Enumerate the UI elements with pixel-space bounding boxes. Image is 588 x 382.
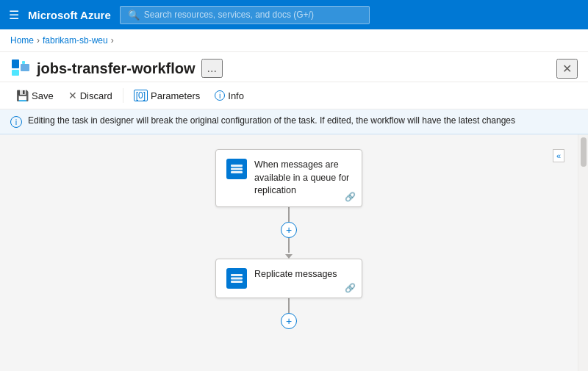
search-icon: 🔍 [128,10,140,21]
node-1-title: When messages are available in a queue f… [254,159,351,198]
add-step-button-1[interactable]: + [281,222,297,238]
svg-rect-9 [231,277,243,279]
save-label: Save [32,90,54,101]
ellipsis-button[interactable]: ... [201,59,223,78]
parameters-label: Parameters [151,90,200,101]
end-connector-line [288,298,290,313]
svg-rect-4 [22,61,25,64]
svg-rect-10 [231,281,243,283]
info-icon: i [215,90,225,101]
app-brand: Microsoft Azure [28,9,111,21]
node-1-header: When messages are available in a queue f… [226,159,351,198]
svg-rect-1 [12,60,19,68]
scroll-thumb[interactable] [581,137,587,167]
discard-button[interactable]: ✕ Discard [62,87,118,104]
workflow-node-1[interactable]: When messages are available in a queue f… [215,149,362,207]
breadcrumb: Home › fabrikam-sb-weu › [0,29,588,52]
svg-rect-7 [231,171,243,173]
info-label: Info [228,90,244,101]
workflow-canvas[interactable]: « When messages are available in a queue… [0,134,578,371]
node-1-link-icon: 🔗 [345,192,356,202]
replicate-icon [230,272,243,285]
queue-icon [230,162,243,176]
scrollbar[interactable] [578,134,588,371]
node-2-title: Replicate messages [254,268,337,281]
toolbar-divider [123,88,123,103]
connector-line-bottom [288,238,290,253]
top-navigation: ☰ Microsoft Azure 🔍 [0,0,588,29]
connector-line-top [288,207,290,222]
banner-info-icon: i [10,116,22,128]
add-step-button-2[interactable]: + [281,313,297,329]
connector-arrow [285,254,293,259]
node-2-link-icon: 🔗 [345,283,356,293]
svg-rect-5 [231,165,243,167]
info-banner: i Editing the task in designer will brea… [0,109,588,134]
svg-rect-8 [231,274,243,276]
workflow-header: jobs-transfer-workflow ... ✕ [0,52,588,82]
workflow-title: jobs-transfer-workflow [37,60,196,77]
workflow-icon [10,58,31,79]
search-bar[interactable]: 🔍 [120,6,370,24]
canvas-container: « When messages are available in a queue… [0,134,588,371]
end-connector: + [281,298,297,329]
node-2-header: Replicate messages [226,268,351,289]
breadcrumb-separator-1: › [37,35,40,46]
search-input[interactable] [144,10,362,20]
breadcrumb-resource[interactable]: fabrikam-sb-weu [43,35,108,46]
collapse-arrows-button[interactable]: « [553,149,564,162]
parameters-button[interactable]: [0] Parameters [128,87,207,104]
toolbar: 💾 Save ✕ Discard [0] Parameters i Info [0,82,588,109]
discard-icon: ✕ [68,90,77,101]
svg-rect-6 [231,168,243,170]
parameters-icon: [0] [134,90,148,101]
hamburger-icon[interactable]: ☰ [9,8,19,22]
svg-rect-2 [12,70,19,76]
discard-label: Discard [80,90,112,101]
info-banner-text: Editing the task in designer will break … [28,115,515,126]
save-icon: 💾 [16,90,29,101]
save-button[interactable]: 💾 Save [10,87,60,104]
node-2-icon [226,268,247,289]
workflow-node-2[interactable]: Replicate messages 🔗 [215,259,362,298]
breadcrumb-separator-2: › [111,35,114,46]
connector-1: + [281,207,297,259]
node-1-icon [226,159,247,179]
svg-rect-3 [21,64,29,71]
breadcrumb-home[interactable]: Home [10,35,34,46]
close-button[interactable]: ✕ [556,59,578,79]
info-button[interactable]: i Info [209,87,250,104]
